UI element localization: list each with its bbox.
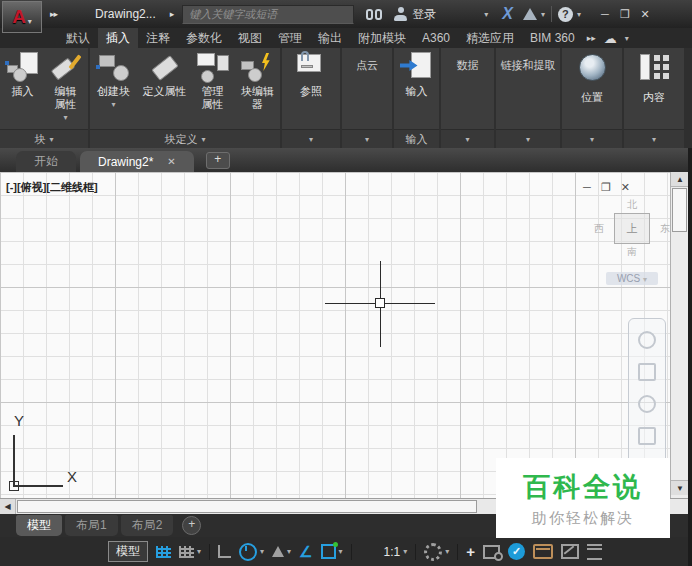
object-snap-dropdown-icon[interactable]: ▾ (339, 547, 343, 556)
file-tab-start[interactable]: 开始 (16, 151, 76, 172)
panel-location-caption[interactable]: ▾ (562, 129, 622, 148)
customization[interactable] (587, 544, 602, 560)
viewcube-east[interactable]: 东 (660, 222, 670, 236)
file-tab-close-icon[interactable]: ✕ (167, 156, 175, 167)
new-layout-button[interactable]: + (182, 516, 201, 535)
drawing-canvas[interactable]: [-][俯视][二维线框] ─ ❐ ✕ 北 西 上 东 南 WCS ▾ (0, 172, 688, 498)
ribbon-tab-bim360[interactable]: BIM 360 (522, 28, 583, 48)
ribbon-tab-a360[interactable]: A360 (414, 28, 458, 48)
signin-label[interactable]: 登录 (412, 6, 436, 23)
object-snap[interactable]: ▾ (321, 544, 343, 559)
model-space-toggle[interactable]: 模型 (108, 541, 148, 562)
panel-point-cloud-caption[interactable]: ▾ (342, 129, 392, 148)
viewcube-west[interactable]: 西 (594, 222, 604, 236)
close-button[interactable]: ✕ (635, 8, 655, 21)
panel-content-caption[interactable]: ▾ (624, 129, 684, 148)
annotation-scale-dropdown-icon[interactable]: ▾ (403, 547, 407, 556)
zoom-icon[interactable] (638, 395, 656, 413)
app-dropdown-icon[interactable]: ▾ (541, 10, 545, 19)
horizontal-scroll-thumb[interactable] (17, 500, 477, 513)
vertical-scrollbar[interactable]: ▲ ▼ (670, 172, 688, 498)
doc-restore-icon[interactable]: ❐ (601, 181, 611, 194)
autodesk-app-icon[interactable] (523, 8, 537, 20)
title-arrow-icon[interactable]: ▸ (170, 9, 175, 19)
ribbon-tab-default[interactable]: 默认 (58, 28, 98, 48)
viewcube-top-face[interactable]: 上 (614, 213, 650, 244)
panel-link-extract-caption[interactable]: ▾ (496, 129, 560, 148)
panel-point-cloud-title[interactable]: 点云 (342, 48, 392, 73)
ribbon-tab-featured-apps[interactable]: 精选应用 (458, 28, 522, 48)
viewcube-north[interactable]: 北 (594, 198, 670, 212)
layout-tab-layout1[interactable]: 布局1 (65, 515, 118, 536)
viewcube[interactable]: 北 西 上 东 南 WCS ▾ (594, 198, 670, 285)
ribbon-tab-annotate[interactable]: 注释 (138, 28, 178, 48)
block-editor-button[interactable]: 块编辑器 (236, 51, 280, 129)
cloud-icon[interactable]: ☁ (604, 31, 617, 46)
ribbon-tab-output[interactable]: 输出 (310, 28, 350, 48)
annotation-scale[interactable]: 1:1▾ (384, 545, 408, 559)
ortho-mode[interactable] (218, 545, 231, 558)
snap-mode[interactable]: ▾ (179, 546, 201, 558)
search-binoculars-icon[interactable] (366, 9, 382, 20)
edit-attribute-dropdown-icon[interactable]: ▾ (63, 111, 67, 124)
isolate-objects[interactable]: + (466, 543, 475, 560)
minimize-button[interactable]: ─ (595, 8, 615, 20)
help-icon[interactable]: ? (558, 7, 573, 22)
clean-screen[interactable] (561, 544, 579, 559)
create-block-button[interactable]: 创建块 ▾ (91, 51, 137, 129)
design-center-button[interactable]: 内容 (629, 51, 679, 129)
grid-display[interactable] (156, 546, 171, 558)
exchange-icon[interactable]: X (502, 5, 513, 23)
graphics-performance[interactable]: ✓ (508, 543, 525, 560)
ribbon-tab-view[interactable]: 视图 (230, 28, 270, 48)
panel-reference-caption[interactable]: ▾ (282, 129, 340, 148)
panel-block-definition-caption[interactable]: 块定义 ▾ (90, 129, 280, 148)
navigation-bar[interactable] (628, 318, 666, 474)
panel-block-caption[interactable]: 块 ▾ (0, 129, 88, 148)
layout-tab-model[interactable]: 模型 (16, 515, 62, 536)
import-button[interactable]: 输入 (397, 51, 437, 129)
polar-tracking[interactable]: ▾ (239, 543, 264, 561)
application-menu-button[interactable]: A ▾ (2, 1, 42, 33)
object-snap-tracking[interactable]: ∠ (299, 543, 312, 561)
ribbon-tab-parametric[interactable]: 参数化 (178, 28, 230, 48)
edit-attribute-button[interactable]: 编辑属性 ▾ (46, 51, 86, 129)
set-location-button[interactable]: 位置 (567, 51, 617, 129)
vertical-scroll-thumb[interactable] (672, 188, 687, 232)
annotation-monitor[interactable] (483, 545, 500, 559)
workspace-switching[interactable]: ▾ (424, 543, 449, 561)
scroll-left-icon[interactable]: ◀ (0, 499, 16, 514)
cloud-dropdown-icon[interactable]: ▾ (625, 34, 629, 43)
manage-attributes-button[interactable]: 管理属性 (193, 51, 233, 129)
panel-import-caption[interactable]: 输入 (394, 129, 439, 148)
search-input[interactable] (182, 5, 354, 24)
ribbon-tab-addins[interactable]: 附加模块 (350, 28, 414, 48)
signin-person-icon[interactable] (394, 7, 407, 21)
viewcube-wcs-menu[interactable]: WCS ▾ (606, 272, 658, 285)
isometric-drafting-dropdown-icon[interactable]: ▾ (287, 547, 291, 556)
steering-wheel-icon[interactable] (638, 331, 656, 349)
file-tab-drawing2[interactable]: Drawing2* ✕ (80, 151, 194, 172)
ribbon-tab-insert[interactable]: 插入 (98, 28, 138, 48)
isometric-drafting[interactable]: ▾ (272, 546, 291, 557)
help-dropdown-icon[interactable]: ▾ (577, 10, 581, 19)
doc-minimize-icon[interactable]: ─ (583, 181, 591, 194)
pan-icon[interactable] (638, 363, 656, 381)
reference-attach-button[interactable]: 参照 (288, 51, 334, 129)
create-block-dropdown-icon[interactable]: ▾ (111, 98, 115, 111)
doc-close-icon[interactable]: ✕ (621, 181, 630, 194)
maximize-button[interactable]: ❒ (615, 8, 635, 21)
orbit-icon[interactable] (638, 427, 656, 445)
snap-mode-dropdown-icon[interactable]: ▾ (197, 547, 201, 556)
new-drawing-button[interactable]: + (206, 152, 230, 169)
viewcube-south[interactable]: 南 (594, 245, 670, 259)
tray-settings[interactable] (533, 544, 553, 559)
panel-data-caption[interactable]: ▾ (441, 129, 494, 148)
ribbon-tab-manage[interactable]: 管理 (270, 28, 310, 48)
ribbon-overflow-icon[interactable]: ▸▸ (587, 33, 596, 43)
workspace-switching-dropdown-icon[interactable]: ▾ (445, 547, 449, 556)
polar-tracking-dropdown-icon[interactable]: ▾ (260, 547, 264, 556)
define-attributes-button[interactable]: 定义属性 (140, 51, 190, 129)
scroll-down-icon[interactable]: ▼ (671, 480, 688, 495)
layout-tab-layout2[interactable]: 布局2 (121, 515, 174, 536)
